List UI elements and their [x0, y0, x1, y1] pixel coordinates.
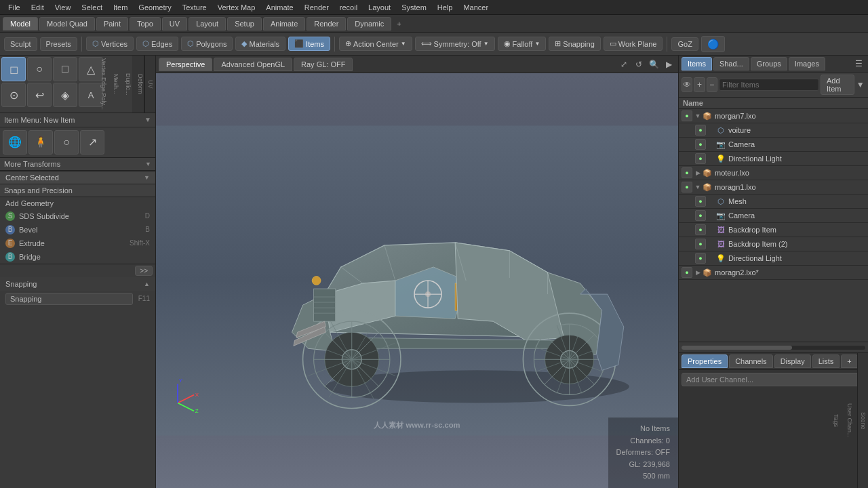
sds-subdivide-item[interactable]: S SDS Subdivide D — [0, 209, 155, 223]
tool-body[interactable]: 🧍 — [28, 130, 53, 155]
presets-button[interactable]: Presets — [40, 37, 77, 51]
tool-circle[interactable]: ○ — [27, 57, 52, 81]
items-tree[interactable]: ● ▼ 📦 morgan7.lxo ● ⬡ voiture ● 📷 Camera — [679, 109, 868, 342]
snapping-item[interactable]: Snapping F11 — [0, 291, 155, 307]
tree-item-mesh[interactable]: ● ⬡ Mesh — [679, 195, 868, 209]
vis-icon-moragn2[interactable]: ● — [682, 267, 692, 278]
filter-items-input[interactable] — [719, 79, 819, 91]
tab-uv[interactable]: UV — [162, 17, 187, 30]
tool-tri[interactable]: △ — [79, 57, 103, 81]
viewport-nav-2[interactable]: ↺ — [632, 58, 646, 71]
tab-dynamic[interactable]: Dynamic — [347, 17, 391, 30]
expand-dir-light2[interactable] — [707, 254, 715, 262]
vis-icon-backdrop1[interactable]: ● — [695, 224, 706, 235]
tree-item-moteur[interactable]: ● ▶ 📦 moteur.lxo — [679, 166, 868, 180]
vis-icon-voiture[interactable]: ● — [695, 125, 706, 136]
tool-select[interactable]: ◻ — [1, 57, 26, 81]
expand-mesh[interactable] — [707, 197, 715, 205]
vis-icon-dir-light1[interactable]: ● — [695, 153, 706, 164]
vis-icon-dir-light2[interactable]: ● — [695, 253, 706, 264]
expand-backdrop1[interactable] — [707, 226, 715, 234]
bevel-item[interactable]: B Bevel B — [0, 223, 155, 237]
ptab-properties[interactable]: Properties — [682, 354, 728, 368]
menu-file[interactable]: File — [3, 2, 26, 13]
viewport-nav-3[interactable]: 🔍 — [647, 58, 660, 71]
vis-icon-mesh[interactable]: ● — [695, 196, 706, 207]
menu-mancer[interactable]: Mancer — [458, 2, 494, 13]
sculpt-button[interactable]: Sculpt — [4, 37, 37, 51]
menu-help[interactable]: Help — [432, 2, 458, 13]
edges-button[interactable]: ⬡ Edges — [136, 37, 178, 51]
menu-geometry[interactable]: Geometry — [133, 2, 176, 13]
viewport-nav-1[interactable]: ⤢ — [617, 58, 631, 71]
tool-arrow[interactable]: ↗ — [80, 130, 104, 155]
tab-topo[interactable]: Topo — [130, 17, 161, 30]
rtab-shaders[interactable]: Shad... — [713, 57, 749, 70]
items-add-btn[interactable]: + — [694, 77, 705, 92]
menu-recoil[interactable]: recoil — [334, 2, 363, 13]
tab-layout[interactable]: Layout — [189, 17, 226, 30]
menu-edit[interactable]: Edit — [26, 2, 50, 13]
perspective-tab[interactable]: Perspective — [159, 58, 212, 71]
vis-icon-moragn1[interactable]: ● — [682, 182, 692, 192]
tab-setup[interactable]: Setup — [227, 17, 262, 30]
expand-moragn1[interactable]: ▼ — [694, 183, 702, 191]
expand-camera2[interactable] — [707, 211, 715, 220]
expand-moragn2[interactable]: ▶ — [694, 268, 702, 277]
tool-text[interactable]: A — [79, 83, 103, 107]
snapping-button[interactable]: ⊞ Snapping — [549, 37, 601, 51]
tab-model[interactable]: Model — [3, 17, 38, 30]
menu-texture[interactable]: Texture — [177, 2, 212, 13]
viewport-nav-4[interactable]: ▶ — [662, 58, 675, 71]
advanced-opengl-tab[interactable]: Advanced OpenGL — [214, 58, 292, 71]
tree-item-backdrop1[interactable]: ● 🖼 Backdrop Item — [679, 223, 868, 237]
tree-item-morgan7[interactable]: ● ▼ 📦 morgan7.lxo — [679, 109, 868, 123]
vis-icon-morgan7[interactable]: ● — [682, 110, 692, 121]
vis-icon-backdrop2[interactable]: ● — [695, 239, 706, 249]
tree-item-backdrop2[interactable]: ● 🖼 Backdrop Item (2) — [679, 237, 868, 251]
menu-render[interactable]: Render — [299, 2, 334, 13]
expand-morgan7[interactable]: ▼ — [694, 112, 702, 120]
menu-animate[interactable]: Animate — [260, 2, 298, 13]
ptab-add[interactable]: + — [841, 354, 857, 368]
vertices-button[interactable]: ⬡ Vertices — [86, 37, 134, 51]
tool-sphere2[interactable]: ○ — [54, 130, 79, 155]
tree-item-dir-light2[interactable]: ● 💡 Directional Light — [679, 251, 868, 266]
tab-render[interactable]: Render — [307, 17, 346, 30]
tree-item-moragn1[interactable]: ● ▼ 📦 moragn1.lxo — [679, 180, 868, 195]
expand-moteur[interactable]: ▶ — [694, 169, 702, 177]
action-center-dropdown[interactable]: ⊕ Action Center — [339, 37, 412, 51]
falloff-dropdown[interactable]: ◉ Falloff — [498, 37, 547, 51]
tree-item-moragn2[interactable]: ● ▶ 📦 moragn2.lxo* — [679, 266, 868, 280]
menu-item[interactable]: Item — [108, 2, 133, 13]
rtab-menu-icon[interactable]: ☰ — [852, 57, 865, 70]
filter-icon[interactable]: ▼ — [856, 78, 865, 92]
more-transforms-section[interactable]: More Transforms ▼ — [0, 158, 155, 171]
tree-item-voiture[interactable]: ● ⬡ voiture — [679, 123, 868, 138]
menu-view[interactable]: View — [50, 2, 77, 13]
menu-vertex-map[interactable]: Vertex Map — [212, 2, 261, 13]
snaps-precision-header[interactable]: Snaps and Precision — [0, 184, 155, 197]
expand-voiture[interactable] — [707, 126, 715, 134]
bridge-item[interactable]: B Bridge — [0, 250, 155, 264]
add-user-channel-btn[interactable]: Add User Channel... — [682, 373, 865, 386]
tab-add[interactable]: + — [393, 18, 405, 29]
snapping-section-header[interactable]: Snapping ▲ — [0, 277, 155, 291]
ray-gl-tab[interactable]: Ray GL: OFF — [294, 58, 353, 71]
rtab-images[interactable]: Images — [789, 57, 825, 70]
menu-system[interactable]: System — [396, 2, 432, 13]
tool-arc[interactable]: ⊙ — [1, 83, 26, 107]
items-eye-btn[interactable]: 👁 — [682, 77, 692, 92]
items-button[interactable]: ⬛ Items — [288, 37, 330, 51]
ptab-lists[interactable]: Lists — [812, 354, 840, 368]
tab-paint[interactable]: Paint — [96, 17, 128, 30]
ptab-display[interactable]: Display — [774, 354, 811, 368]
tab-animate[interactable]: Animate — [263, 17, 305, 30]
polygons-button[interactable]: ⬡ Polygons — [181, 37, 233, 51]
extrude-item[interactable]: E Extrude Shift-X — [0, 237, 155, 250]
rtab-items[interactable]: Items — [682, 57, 712, 70]
rtab-groups[interactable]: Groups — [751, 57, 787, 70]
expand-backdrop2[interactable] — [707, 240, 715, 248]
materials-button[interactable]: ◆ Materials — [235, 37, 285, 51]
vis-icon-camera1[interactable]: ● — [695, 139, 706, 150]
